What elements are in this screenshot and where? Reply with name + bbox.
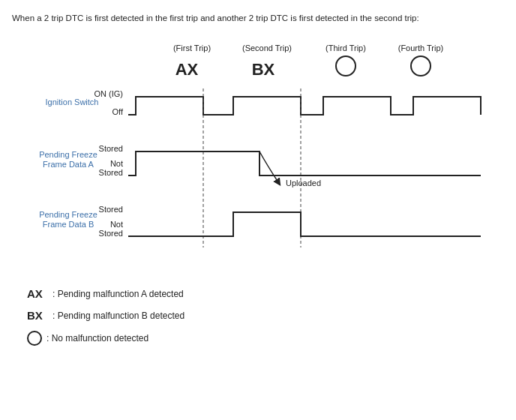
legend-ax-symbol: AX [27, 287, 48, 300]
pending-b-label-1: Pending Freeze [39, 210, 98, 219]
first-trip-label: (First Trip) [173, 44, 211, 52]
not-stored-b-label-1: Not [110, 220, 123, 229]
legend-bx-desc: : Pending malfunction B detected [52, 310, 184, 321]
legend-circle-symbol [27, 331, 42, 346]
data-b-waveform [128, 212, 481, 236]
fourth-trip-label: (Fourth Trip) [398, 44, 444, 52]
off-label: Off [112, 107, 124, 116]
legend-item-circle: : No malfunction detected [27, 331, 504, 346]
marker-circle-1 [336, 56, 356, 76]
legend-bx-symbol: BX [27, 309, 48, 322]
second-trip-label: (Second Trip) [242, 44, 292, 52]
timing-diagram: (First Trip) (Second Trip) (Third Trip) … [12, 38, 492, 270]
not-stored-b-label-2: Stored [99, 229, 123, 238]
ignition-switch-label: Ignition Switch [46, 98, 99, 106]
not-stored-a-label-1: Not [110, 159, 123, 168]
legend-ax-desc: : Pending malfunction A detected [52, 289, 184, 299]
pending-b-label-2: Frame Data B [43, 220, 94, 229]
uploaded-label: Uploaded [286, 178, 321, 188]
marker-ax: AX [176, 60, 199, 79]
pending-a-label-2: Frame Data A [43, 160, 94, 169]
header-text: When a 2 trip DTC is first detected in t… [12, 12, 504, 24]
data-a-waveform [128, 152, 481, 176]
legend-item-bx: BX : Pending malfunction B detected [27, 309, 504, 322]
stored-a-label: Stored [99, 144, 123, 153]
not-stored-a-label-2: Stored [99, 168, 123, 177]
legend-section: AX : Pending malfunction A detected BX :… [12, 287, 504, 346]
third-trip-label: (Third Trip) [326, 44, 366, 52]
marker-circle-2 [411, 56, 430, 76]
diagram-area: (First Trip) (Second Trip) (Third Trip) … [12, 38, 504, 272]
pending-a-label-1: Pending Freeze [39, 150, 98, 159]
marker-bx: BX [252, 60, 275, 79]
legend-item-ax: AX : Pending malfunction A detected [27, 287, 504, 300]
legend-circle-desc: : No malfunction detected [46, 333, 148, 344]
ignition-waveform [128, 97, 481, 115]
on-ig-label: ON (IG) [94, 89, 124, 98]
upload-arrow [260, 152, 278, 182]
stored-b-label: Stored [99, 205, 123, 214]
